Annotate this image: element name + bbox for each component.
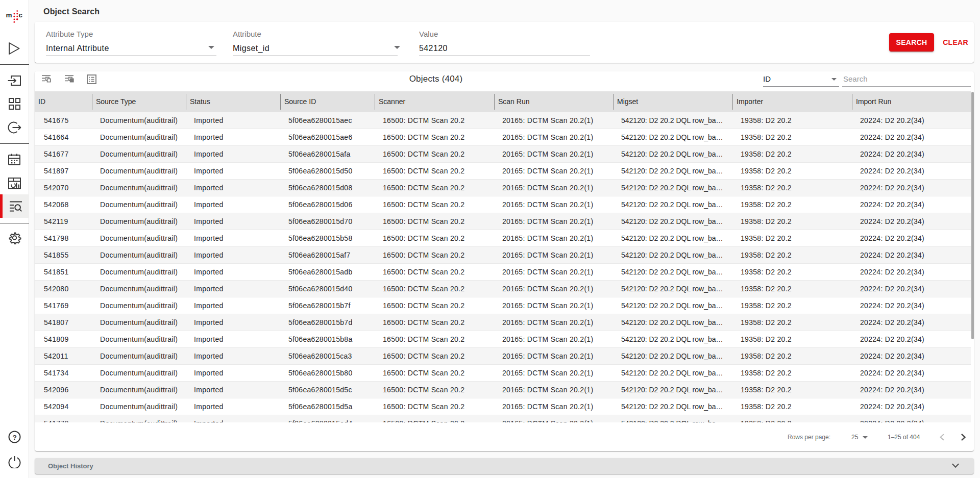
svg-text:c: c: [19, 11, 23, 19]
svg-text:m: m: [6, 11, 12, 19]
svg-text:?: ?: [12, 434, 16, 441]
